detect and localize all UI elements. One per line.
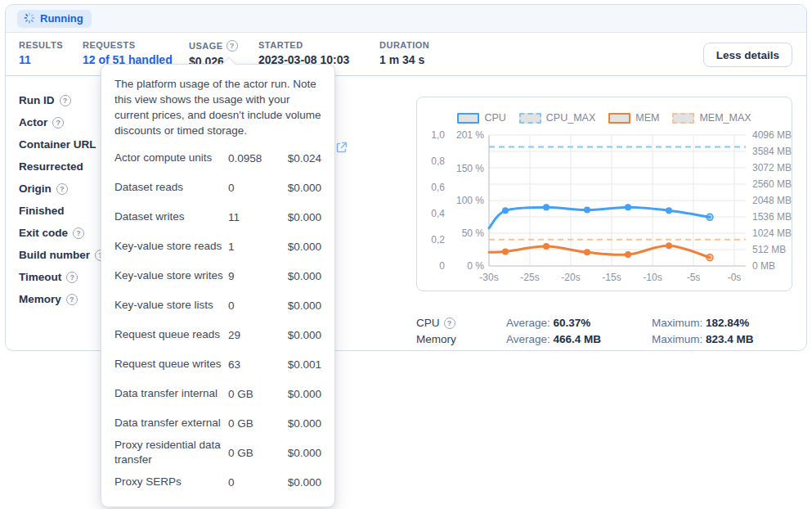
maximum-label: Maximum: <box>652 333 702 345</box>
stat-results-value[interactable]: 11 <box>19 53 63 66</box>
usage-row-label: Dataset reads <box>114 180 228 195</box>
axis-tick: 0,2 <box>424 233 445 246</box>
average-label: Average: <box>506 333 550 345</box>
status-badge: Running <box>17 10 92 28</box>
tooltip-description: The platform usage of the actor run. Not… <box>114 76 321 138</box>
field-row: Exit code? <box>19 222 113 244</box>
stat-results-label: RESULTS <box>19 40 63 50</box>
field-row: Run ID? <box>19 89 113 111</box>
stat-results: RESULTS 11 <box>19 40 63 66</box>
status-bar: Running <box>6 5 806 33</box>
field-row: Container URL? <box>19 133 113 155</box>
usage-row-label: Request queue reads <box>114 327 228 342</box>
axis-tick: -30s <box>476 271 502 284</box>
legend-swatch-mem_max <box>672 113 694 124</box>
usage-row-value: 0 GB <box>228 447 279 459</box>
axis-tick: 0 <box>424 259 445 273</box>
axis-tick: 512 MB <box>752 243 798 256</box>
tooltip-usage-table: Actor compute units0.0958$0.024Dataset r… <box>114 143 321 497</box>
help-icon[interactable]: ? <box>52 117 64 128</box>
usage-row-price: $0.000 <box>279 270 321 282</box>
axis-tick: 3072 MB <box>752 161 798 174</box>
help-icon[interactable]: ? <box>66 294 78 305</box>
axis-tick: 1,0 <box>424 128 445 142</box>
legend-item: MEM <box>608 112 659 124</box>
cpu-summary-row: CPU? Average: 60.37% Maximum: 182.84% <box>416 317 801 332</box>
axis-tick: 4096 MB <box>752 128 798 142</box>
usage-row: Request queue writes63$0.001 <box>114 349 321 379</box>
axis-tick: 1536 MB <box>752 210 798 223</box>
usage-row-value: 29 <box>228 329 279 341</box>
legend-label: MEM_MAX <box>699 112 751 124</box>
chart-plot <box>489 135 746 266</box>
usage-row-price: $0.000 <box>279 241 321 253</box>
field-label: Container URL <box>19 138 96 151</box>
usage-row: Dataset reads0$0.000 <box>114 173 321 202</box>
stat-duration-label: DURATION <box>379 40 429 50</box>
resource-chart-card: CPUCPU_MAXMEMMEM_MAX 1,00,80,60,40,20 20… <box>416 97 792 291</box>
field-row: Resurrected <box>19 155 113 178</box>
chart-legend: CPUCPU_MAXMEMMEM_MAX <box>417 112 792 124</box>
help-icon[interactable]: ? <box>56 183 68 195</box>
usage-help-icon[interactable]: ? <box>227 40 238 52</box>
field-label: Origin <box>19 182 52 195</box>
legend-label: CPU_MAX <box>546 112 595 124</box>
field-row: Finished <box>19 200 113 222</box>
stat-started: STARTED 2023-03-08 10:03 <box>258 40 349 66</box>
legend-label: MEM <box>635 112 659 124</box>
usage-row-label: Key-value store writes <box>114 268 228 283</box>
field-label: Resurrected <box>19 160 83 173</box>
usage-row-price: $0.001 <box>279 358 321 371</box>
usage-row: Proxy SERPs0$0.000 <box>114 467 321 497</box>
axis-tick: 0 MB <box>752 259 798 273</box>
memory-summary-row: Memory Average: 466.4 MB Maximum: 823.4 … <box>416 333 801 349</box>
axis-tick: 100 % <box>450 194 484 207</box>
cpu-summary-label: CPU <box>416 317 440 329</box>
usage-row: Actor compute units0.0958$0.024 <box>114 143 321 173</box>
usage-row-label: Data transfer external <box>114 416 228 430</box>
usage-row-label: Proxy SERPs <box>114 475 228 489</box>
field-row: Actor? <box>19 111 113 133</box>
less-details-button[interactable]: Less details <box>703 43 792 67</box>
cpu-maximum-value: 182.84% <box>706 317 749 329</box>
usage-row-value: 0 <box>228 182 279 194</box>
status-label: Running <box>40 12 83 25</box>
usage-row-price: $0.000 <box>279 329 321 341</box>
usage-row-label: Data transfer internal <box>114 386 228 401</box>
axis-tick: 0,4 <box>424 207 445 220</box>
usage-row: Key-value store reads1$0.000 <box>114 232 321 261</box>
legend-swatch-mem <box>608 113 630 124</box>
axis-tick: -15s <box>599 271 625 284</box>
external-link-icon[interactable] <box>335 141 348 154</box>
usage-summary: CPU? Average: 60.37% Maximum: 182.84% Me… <box>416 317 801 349</box>
stat-duration-value: 1 m 34 s <box>379 53 429 66</box>
usage-row: Key-value store writes9$0.000 <box>114 261 321 291</box>
usage-row-value: 0 GB <box>228 417 279 430</box>
field-label: Memory <box>19 293 61 305</box>
usage-row-price: $0.024 <box>279 152 321 164</box>
usage-row-price: $0.000 <box>279 476 321 489</box>
field-label: Finished <box>19 205 65 217</box>
usage-row-price: $0.000 <box>279 300 321 312</box>
usage-row-label: Actor compute units <box>114 151 228 165</box>
usage-row: Request queue reads29$0.000 <box>114 320 321 349</box>
usage-row-label: Dataset writes <box>114 209 228 224</box>
help-icon[interactable]: ? <box>66 272 78 283</box>
usage-row-value: 0 <box>228 476 279 489</box>
help-icon[interactable]: ? <box>60 95 71 106</box>
memory-maximum-value: 823.4 MB <box>706 333 754 345</box>
legend-item: CPU <box>457 112 505 124</box>
stat-requests: REQUESTS 12 of 51 handled <box>83 40 173 66</box>
legend-swatch-cpu_max <box>519 113 541 124</box>
axis-tick: 3584 MB <box>752 145 798 158</box>
field-label: Exit code <box>19 227 68 239</box>
field-list: Run ID?Actor?Container URL?ResurrectedOr… <box>19 89 113 310</box>
stat-requests-label: REQUESTS <box>83 40 173 50</box>
help-icon[interactable]: ? <box>73 227 84 239</box>
memory-average-value: 466.4 MB <box>554 333 602 345</box>
cpu-help-icon[interactable]: ? <box>444 318 455 329</box>
axis-tick: -10s <box>639 271 666 284</box>
usage-row-value: 0 GB <box>228 388 279 400</box>
legend-item: MEM_MAX <box>672 112 751 124</box>
axis-tick: 0,6 <box>424 181 445 194</box>
